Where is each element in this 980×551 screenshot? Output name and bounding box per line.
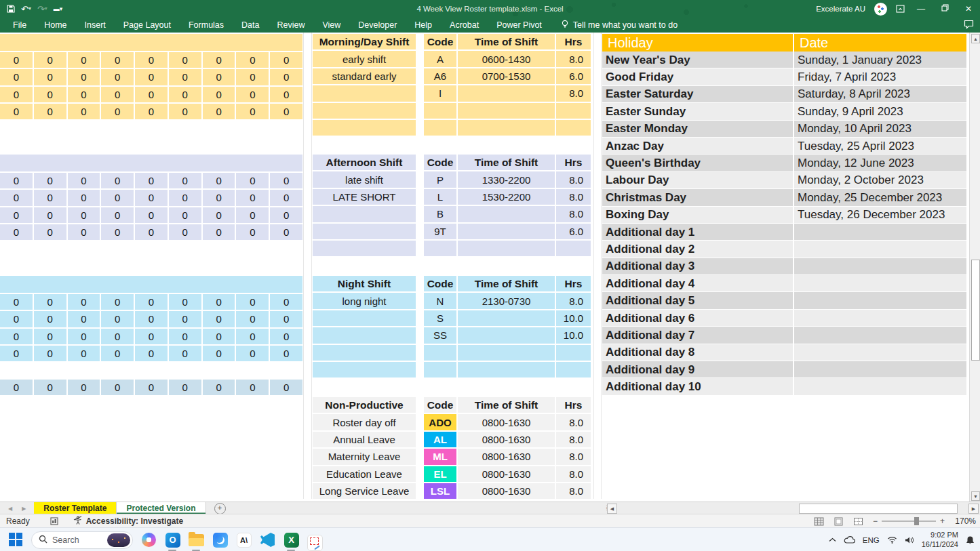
grid-header-band[interactable]	[0, 155, 302, 171]
grid-cell-zero[interactable]: 0	[68, 380, 100, 395]
page-layout-view-button[interactable]	[834, 517, 844, 526]
ribbon-tab-review[interactable]: Review	[268, 18, 313, 33]
shift-name-cell[interactable]	[313, 206, 416, 222]
holiday-date-cell[interactable]: Saturday, 8 April 2023	[794, 86, 966, 103]
grid-cell-zero[interactable]: 0	[270, 173, 302, 188]
shift-header-time[interactable]: Time of Shift	[458, 276, 556, 291]
grid-cell-zero[interactable]: 0	[0, 190, 33, 205]
grid-cell-zero[interactable]: 0	[101, 224, 134, 240]
grid-cell-zero[interactable]: 0	[236, 380, 269, 395]
zoom-slider[interactable]: − +	[873, 516, 945, 526]
ribbon-tab-file[interactable]: File	[4, 18, 35, 33]
ribbon-tab-formulas[interactable]: Formulas	[180, 18, 233, 33]
shift-time-cell[interactable]: 0800-1630	[458, 414, 556, 430]
grid-cell-zero[interactable]: 0	[169, 69, 201, 85]
ribbon-tab-acrobat[interactable]: Acrobat	[441, 18, 488, 33]
wifi-icon[interactable]	[887, 536, 897, 544]
grid-cell-zero[interactable]: 0	[270, 87, 302, 102]
shift-name-cell[interactable]: Roster day off	[313, 414, 416, 430]
grid-cell-zero[interactable]: 0	[34, 104, 66, 119]
shift-time-cell[interactable]: 0800-1630	[458, 432, 556, 447]
shift-code-cell[interactable]: ML	[424, 449, 458, 464]
shift-time-cell[interactable]: 0800-1630	[458, 466, 556, 482]
shift-code-cell[interactable]: A6	[424, 68, 458, 84]
restore-button[interactable]	[937, 4, 952, 14]
holiday-date-cell[interactable]: Tuesday, 26 December 2023	[794, 207, 966, 224]
holiday-name-cell[interactable]: Additional day 9	[602, 361, 793, 378]
grid-cell-zero[interactable]: 0	[135, 294, 168, 310]
shift-hrs-cell[interactable]	[556, 345, 591, 361]
grid-cell-zero[interactable]: 0	[203, 346, 235, 361]
grid-cell-zero[interactable]: 0	[0, 87, 33, 102]
grid-cell-zero[interactable]: 0	[203, 380, 235, 395]
grid-cell-zero[interactable]: 0	[34, 346, 66, 361]
shift-code-cell[interactable]: P	[424, 171, 458, 187]
account-avatar[interactable]	[874, 3, 887, 16]
snipping-tool-icon[interactable]	[307, 532, 323, 548]
save-icon[interactable]	[7, 5, 15, 13]
grid-cell-zero[interactable]: 0	[203, 52, 235, 68]
shift-hrs-cell[interactable]: 8.0	[556, 432, 591, 447]
shift-time-cell[interactable]: 0800-1630	[458, 483, 556, 499]
grid-cell-zero[interactable]: 0	[68, 207, 100, 223]
worksheet[interactable]: 0000000000000000000000000000000000000000…	[0, 33, 969, 502]
holiday-name-cell[interactable]: Anzac Day	[602, 138, 793, 155]
shift-hrs-cell[interactable]: 6.0	[556, 68, 591, 84]
shift-code-cell[interactable]: L	[424, 189, 458, 205]
vertical-scrollbar[interactable]: ▲ ▼	[969, 33, 980, 502]
grid-cell-zero[interactable]: 0	[169, 311, 201, 327]
grid-cell-zero[interactable]: 0	[0, 329, 33, 344]
shift-code-cell[interactable]: EL	[424, 466, 458, 482]
grid-cell-zero[interactable]: 0	[169, 294, 201, 310]
grid-cell-zero[interactable]: 0	[270, 294, 302, 310]
grid-cell-zero[interactable]: 0	[169, 224, 201, 240]
grid-cell-zero[interactable]: 0	[236, 52, 269, 68]
grid-cell-zero[interactable]: 0	[169, 329, 201, 344]
grid-cell-zero[interactable]: 0	[236, 87, 269, 102]
shift-time-cell[interactable]: 1330-2200	[458, 171, 556, 187]
holiday-date-cell[interactable]	[794, 224, 966, 241]
holiday-name-cell[interactable]: Easter Sunday	[602, 103, 793, 120]
holiday-date-cell[interactable]: Monday, 12 June 2023	[794, 155, 966, 171]
shift-time-cell[interactable]	[458, 327, 556, 343]
grid-cell-zero[interactable]: 0	[0, 207, 33, 223]
zoom-out-button[interactable]: −	[873, 516, 878, 526]
ribbon-tab-developer[interactable]: Developer	[349, 18, 406, 33]
ribbon-tab-page-layout[interactable]: Page Layout	[115, 18, 180, 33]
ribbon-tab-help[interactable]: Help	[406, 18, 441, 33]
grid-cell-zero[interactable]: 0	[135, 52, 168, 68]
shift-header-hrs[interactable]: Hrs	[556, 397, 591, 413]
grid-cell-zero[interactable]: 0	[68, 294, 100, 310]
date-column-header[interactable]: Date	[794, 34, 966, 52]
customize-qat-icon[interactable]: ▬▾	[54, 6, 63, 12]
holiday-name-cell[interactable]: New Year's Day	[602, 52, 793, 68]
grid-cell-zero[interactable]: 0	[236, 224, 269, 240]
shift-time-cell[interactable]	[458, 241, 556, 256]
grid-cell-zero[interactable]: 0	[68, 69, 100, 85]
outlook-icon[interactable]: O	[165, 532, 180, 548]
shift-header-hrs[interactable]: Hrs	[556, 276, 591, 291]
grid-cell-zero[interactable]: 0	[135, 346, 168, 361]
holiday-date-cell[interactable]: Monday, 10 April 2023	[794, 121, 966, 138]
grid-cell-zero[interactable]: 0	[34, 207, 66, 223]
grid-cell-zero[interactable]: 0	[135, 380, 168, 395]
account-name[interactable]: Excelerate AU	[816, 5, 865, 13]
shift-time-cell[interactable]: 2130-0730	[458, 293, 556, 308]
shift-name-cell[interactable]: Long Service Leave	[313, 483, 416, 499]
grid-cell-zero[interactable]: 0	[34, 69, 66, 85]
scroll-down-arrow[interactable]: ▼	[971, 491, 980, 501]
shift-code-cell[interactable]: N	[424, 293, 458, 308]
shift-name-cell[interactable]: long night	[313, 293, 416, 308]
grid-cell-zero[interactable]: 0	[236, 173, 269, 188]
claude-icon[interactable]: A\	[236, 532, 252, 548]
shift-hrs-cell[interactable]: 8.0	[556, 171, 591, 187]
grid-cell-zero[interactable]: 0	[68, 311, 100, 327]
holiday-date-cell[interactable]: Sunday, 9 April 2023	[794, 103, 966, 120]
grid-cell-zero[interactable]: 0	[169, 346, 201, 361]
shift-code-cell[interactable]: AL	[424, 432, 458, 447]
shift-name-cell[interactable]: LATE SHORT	[313, 189, 416, 205]
shift-name-cell[interactable]: late shift	[313, 171, 416, 187]
grid-cell-zero[interactable]: 0	[101, 87, 134, 102]
grid-cell-zero[interactable]: 0	[270, 69, 302, 85]
phone-link-icon[interactable]	[212, 532, 228, 548]
